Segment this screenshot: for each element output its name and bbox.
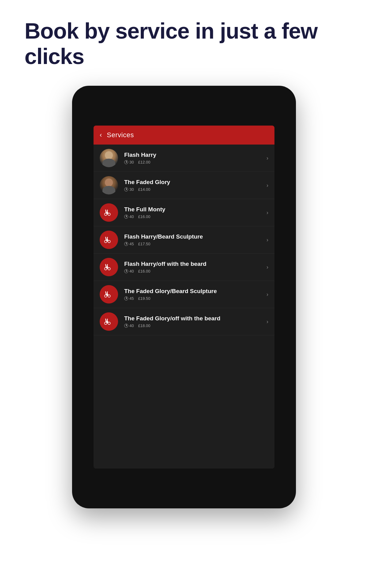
- service-price: £19.50: [138, 296, 150, 301]
- service-name: The Full Monty: [124, 206, 264, 213]
- service-item[interactable]: Flash Harry 30 £12.00 ›: [94, 145, 274, 172]
- duration-value: 40: [129, 214, 134, 219]
- chevron-right-icon: ›: [266, 209, 268, 216]
- service-price: £17.50: [138, 242, 150, 246]
- clock-icon: [124, 269, 128, 273]
- service-avatar: [100, 176, 118, 194]
- service-info: Flash Harry/off with the beard 40 £16.00: [124, 261, 264, 274]
- service-duration: 40: [124, 323, 134, 328]
- duration-value: 40: [129, 323, 134, 328]
- svg-point-10: [105, 240, 107, 243]
- service-meta: 40 £18.00: [124, 323, 264, 328]
- service-duration: 40: [124, 269, 134, 273]
- service-meta: 30 £14.00: [124, 187, 264, 192]
- back-button[interactable]: ‹: [100, 131, 102, 139]
- service-avatar: [100, 312, 118, 331]
- service-info: Flash Harry 30 £12.00: [124, 152, 264, 165]
- duration-value: 45: [129, 296, 134, 301]
- chevron-right-icon: ›: [266, 182, 268, 189]
- service-name: Flash Harry: [124, 152, 264, 159]
- service-info: The Faded Glory/off with the beard 40 £1…: [124, 315, 264, 328]
- service-price: £18.00: [138, 323, 150, 328]
- tablet-screen: ‹ Services Flash Harry 30 £12.00 ›: [94, 126, 274, 469]
- service-info: Flash Harry/Beard Sculpture 45 £17.50: [124, 233, 264, 247]
- service-duration: 45: [124, 242, 134, 246]
- service-name: Flash Harry/Beard Sculpture: [124, 233, 264, 240]
- svg-point-17: [105, 268, 107, 270]
- duration-value: 30: [129, 160, 134, 164]
- service-avatar: [100, 231, 118, 249]
- clock-icon: [124, 296, 128, 300]
- service-item[interactable]: The Faded Glory/off with the beard 40 £1…: [94, 308, 274, 335]
- duration-value: 30: [129, 187, 134, 192]
- duration-value: 45: [129, 242, 134, 246]
- service-item[interactable]: The Faded Glory/Beard Sculpture 45 £19.5…: [94, 281, 274, 308]
- service-duration: 30: [124, 160, 134, 164]
- clock-icon: [124, 215, 128, 219]
- service-avatar: [100, 285, 118, 303]
- chevron-right-icon: ›: [266, 291, 268, 298]
- svg-point-31: [105, 322, 107, 325]
- chevron-right-icon: ›: [266, 318, 268, 325]
- service-info: The Faded Glory/Beard Sculpture 45 £19.5…: [124, 288, 264, 301]
- clock-icon: [124, 160, 128, 164]
- service-name: The Faded Glory/off with the beard: [124, 315, 264, 322]
- clock-icon: [124, 187, 128, 191]
- service-info: The Faded Glory 30 £14.00: [124, 179, 264, 192]
- service-avatar: [100, 149, 118, 167]
- service-item[interactable]: Flash Harry/Beard Sculpture 45 £17.50 ›: [94, 226, 274, 254]
- service-duration: 40: [124, 214, 134, 219]
- svg-point-11: [108, 240, 110, 243]
- service-duration: 30: [124, 187, 134, 192]
- service-info: The Full Monty 40 £16.00: [124, 206, 264, 219]
- svg-point-4: [108, 213, 110, 216]
- clock-icon: [124, 324, 128, 328]
- service-price: £16.00: [138, 214, 150, 219]
- chevron-right-icon: ›: [266, 237, 268, 243]
- service-name: The Faded Glory/Beard Sculpture: [124, 288, 264, 295]
- service-meta: 40 £16.00: [124, 269, 264, 273]
- service-name: The Faded Glory: [124, 179, 264, 186]
- svg-point-3: [105, 213, 107, 216]
- svg-point-18: [108, 268, 110, 270]
- service-price: £16.00: [138, 269, 150, 273]
- service-meta: 45 £17.50: [124, 242, 264, 246]
- service-name: Flash Harry/off with the beard: [124, 261, 264, 268]
- service-item[interactable]: The Full Monty 40 £16.00 ›: [94, 199, 274, 226]
- screen-header: ‹ Services: [94, 126, 274, 145]
- service-meta: 30 £12.00: [124, 160, 264, 164]
- clock-icon: [124, 242, 128, 246]
- header-title: Services: [107, 131, 134, 139]
- service-avatar: [100, 258, 118, 276]
- service-duration: 45: [124, 296, 134, 301]
- service-meta: 40 £16.00: [124, 214, 264, 219]
- service-item[interactable]: Flash Harry/off with the beard 40 £16.00…: [94, 254, 274, 281]
- duration-value: 40: [129, 269, 134, 273]
- page-title: Book by service in just a few clicks: [25, 18, 343, 69]
- chevron-right-icon: ›: [266, 155, 268, 161]
- service-price: £12.00: [138, 160, 150, 164]
- tablet-device: ‹ Services Flash Harry 30 £12.00 ›: [72, 86, 296, 508]
- svg-point-32: [108, 322, 110, 325]
- service-avatar: [100, 203, 118, 222]
- service-item[interactable]: The Faded Glory 30 £14.00 ›: [94, 172, 274, 199]
- service-price: £14.00: [138, 187, 150, 192]
- svg-point-25: [108, 295, 110, 297]
- services-list: Flash Harry 30 £12.00 › The Faded Glory: [94, 145, 274, 469]
- svg-point-24: [105, 295, 107, 297]
- service-meta: 45 £19.50: [124, 296, 264, 301]
- chevron-right-icon: ›: [266, 264, 268, 270]
